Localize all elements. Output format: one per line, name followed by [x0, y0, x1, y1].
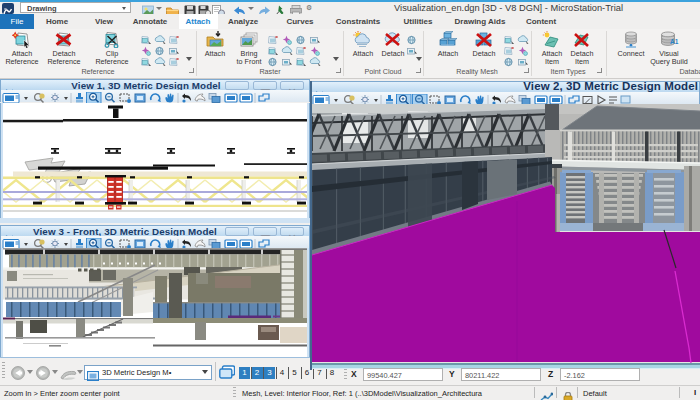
svg-text:A1: A1	[670, 38, 679, 45]
